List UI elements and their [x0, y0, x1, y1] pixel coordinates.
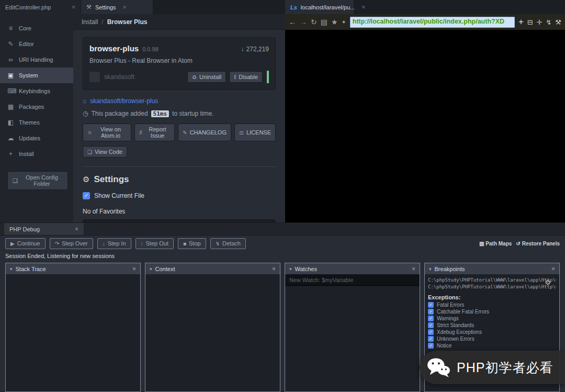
- star-icon[interactable]: ★: [331, 18, 338, 26]
- path-maps-button[interactable]: ▧ Path Maps: [479, 241, 512, 247]
- stop-button[interactable]: ■ Stop: [178, 238, 206, 249]
- breadcrumb-section[interactable]: Install: [82, 18, 98, 26]
- sidebar-item-install[interactable]: + Install: [0, 146, 73, 162]
- sidebar-item-updates[interactable]: ☁ Updates: [0, 130, 73, 146]
- step-out-icon: ↑: [141, 241, 143, 247]
- avatar: [89, 72, 100, 82]
- sidebar-item-packages[interactable]: ▦ Packages: [0, 99, 73, 115]
- sidebar-item-keybindings[interactable]: ⌨ Keybindings: [0, 83, 73, 99]
- wechat-icon: [426, 357, 450, 378]
- sidebar-item-core[interactable]: ≡ Core: [0, 20, 73, 36]
- exception-toggle-unknown-errors[interactable]: ✓ Unknown Errors: [428, 336, 556, 342]
- exception-toggle-catchable-fatal-errors[interactable]: ✓ Catchable Fatal Errors: [428, 309, 556, 315]
- step-over-button[interactable]: ↷ Step Over: [50, 238, 93, 249]
- browser-viewport[interactable]: [285, 30, 565, 222]
- sliders-icon: ≡: [7, 25, 14, 32]
- spark-icon[interactable]: ✦: [342, 19, 346, 26]
- checkbox-checked-icon[interactable]: ✓: [428, 302, 434, 308]
- close-icon[interactable]: ×: [72, 4, 75, 11]
- exception-toggle-fatal-errors[interactable]: ✓ Fatal Errors: [428, 302, 556, 308]
- context-header[interactable]: ▾ Context ×: [145, 263, 280, 274]
- report-issue-button[interactable]: # Report Issue: [134, 124, 175, 141]
- license-button[interactable]: ⚖ LICENSE: [234, 124, 276, 141]
- sidebar-item-editor[interactable]: ✎ Editor: [0, 36, 73, 52]
- print-icon[interactable]: ⊟: [527, 18, 533, 26]
- close-icon[interactable]: ×: [551, 265, 555, 273]
- tab-label: EditController.php: [5, 4, 51, 10]
- repo-link[interactable]: skandasoft/browser-plus: [90, 97, 158, 105]
- watches-header[interactable]: ▾ Watches ×: [285, 263, 420, 274]
- folder-open-icon: ❏: [13, 177, 18, 184]
- uninstall-button[interactable]: ♻ Uninstall: [187, 71, 226, 83]
- checkbox-checked-icon[interactable]: ✓: [428, 329, 434, 335]
- package-version: 0.0.98: [142, 46, 159, 52]
- disable-button[interactable]: ‖ Disable: [229, 71, 263, 83]
- refresh-icon[interactable]: ↻: [311, 18, 317, 26]
- package-enabled-indicator: [267, 71, 269, 83]
- checkbox-checked-icon[interactable]: ✓: [428, 343, 434, 349]
- url-input[interactable]: http://localhost/laravel/public/index.ph…: [350, 17, 515, 28]
- back-icon[interactable]: ←: [289, 18, 296, 26]
- exception-toggle-warnings[interactable]: ✓ Warnings: [428, 316, 556, 321]
- close-icon[interactable]: ×: [75, 226, 78, 233]
- watermark-text: PHP初学者必看: [457, 359, 553, 376]
- tab-bar: EditController.php × ⚒ Settings × Ls loc…: [0, 0, 565, 14]
- wrench-icon[interactable]: ⚒: [555, 18, 561, 26]
- chevron-down-icon: ▾: [289, 266, 292, 272]
- checkbox-checked-icon[interactable]: ✓: [428, 322, 434, 328]
- open-config-folder-button[interactable]: ❏ Open Config Folder: [7, 171, 68, 190]
- close-icon[interactable]: ×: [412, 265, 415, 273]
- checkbox-checked-icon[interactable]: ✓: [428, 336, 434, 342]
- detach-button[interactable]: ↯ Detach: [210, 238, 246, 249]
- exception-toggle-xdebug-exceptions[interactable]: ✓ Xdebug Exceptions: [428, 329, 556, 335]
- view-code-button[interactable]: ❏ View Code: [83, 146, 127, 158]
- bolt-icon[interactable]: ↯: [546, 18, 551, 26]
- debug-tab-bar: PHP Debug ×: [0, 223, 565, 236]
- sidebar-item-themes[interactable]: ◧ Themes: [0, 115, 73, 130]
- tab-browser[interactable]: Ls localhost/laravel/pu... ×: [285, 0, 354, 14]
- close-icon[interactable]: ×: [132, 265, 136, 273]
- sidebar-item-uri-handling[interactable]: ∞ URI Handling: [0, 52, 73, 68]
- license-icon: ⚖: [239, 130, 244, 136]
- restore-panels-button[interactable]: ↺ Restore Panels: [516, 241, 560, 247]
- checkbox-checked-icon[interactable]: ✓: [428, 309, 434, 315]
- package-card: browser-plus 0.0.98 ↓ 272,219 Browser Pl…: [83, 37, 276, 90]
- breakpoint-path[interactable]: C:\phpStudy\PHPTutorial\WWW\laravel\app\…: [428, 277, 556, 284]
- monitor-icon: ▣: [7, 72, 14, 79]
- chevron-down-icon: ▾: [10, 266, 13, 272]
- repo-link-row: ⌂ skandasoft/browser-plus: [83, 97, 276, 105]
- sidebar-item-system[interactable]: ▣ System: [0, 68, 73, 83]
- exception-toggle-strict-standards[interactable]: ✓ Strict Standards: [428, 322, 556, 328]
- chevron-down-icon: ▾: [429, 266, 432, 272]
- gear-icon: ⚙: [83, 175, 89, 184]
- package-author[interactable]: skandasoft: [104, 73, 134, 81]
- tab-settings[interactable]: ⚒ Settings ×: [81, 0, 153, 14]
- breakpoints-header[interactable]: ▾ Breakpoints ×: [425, 263, 559, 274]
- pin-icon[interactable]: ✛: [537, 18, 543, 26]
- new-tab-icon[interactable]: +: [518, 17, 523, 27]
- tab-editcontroller[interactable]: EditController.php ×: [0, 0, 81, 14]
- close-icon[interactable]: ×: [123, 4, 127, 11]
- forward-icon[interactable]: →: [300, 18, 307, 26]
- changelog-button[interactable]: ✎ CHANGELOG: [178, 124, 231, 141]
- view-on-atom-button[interactable]: ⚛ View on Atom.io: [83, 124, 131, 141]
- checkbox-checked-icon[interactable]: ✓: [428, 316, 434, 321]
- play-icon: ▶: [10, 241, 15, 247]
- continue-button[interactable]: ▶ Continue: [5, 238, 46, 249]
- step-in-button[interactable]: ↓ Step In: [97, 238, 131, 249]
- package-card-top: browser-plus 0.0.98 ↓ 272,219: [89, 44, 269, 53]
- stack-trace-header[interactable]: ▾ Stack Trace ×: [6, 263, 140, 274]
- close-icon[interactable]: ×: [361, 4, 365, 11]
- tab-php-debug[interactable]: PHP Debug ×: [4, 223, 84, 235]
- gear-icon[interactable]: ⚙: [545, 278, 551, 286]
- close-icon[interactable]: ×: [272, 265, 276, 273]
- code-square-icon: ❏: [87, 149, 92, 155]
- breakpoint-path[interactable]: C:\phpStudy\PHPTutorial\WWW\laravel\app\…: [428, 284, 556, 290]
- show-current-file-checkbox[interactable]: ✓: [83, 192, 90, 199]
- reading-list-icon[interactable]: ▤: [321, 18, 327, 26]
- step-out-button[interactable]: ↑ Step Out: [135, 238, 174, 249]
- tab-label: Settings: [95, 4, 116, 10]
- new-watch-input[interactable]: [285, 274, 420, 286]
- exception-toggle-notice[interactable]: ✓ Notice: [428, 343, 556, 349]
- settings-sidebar: ≡ Core ✎ Editor ∞ URI Handling ▣ System …: [0, 14, 73, 222]
